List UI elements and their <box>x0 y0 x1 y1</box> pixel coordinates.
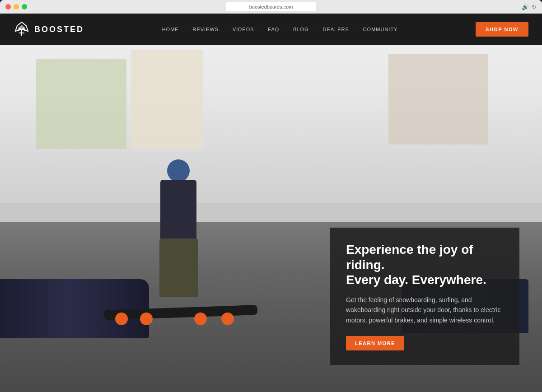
skateboard-wheel-1 <box>115 313 128 325</box>
building-white <box>131 50 203 149</box>
browser-maximize-dot[interactable] <box>22 4 27 9</box>
hero-headline-line1: Experience the joy of riding. <box>346 243 473 272</box>
nav-link-community[interactable]: COMMUNITY <box>360 24 402 35</box>
nav-item-reviews[interactable]: REVIEWS <box>189 24 222 35</box>
building-green <box>36 59 126 149</box>
nav-separator-5: · <box>314 27 318 32</box>
nav-item-home[interactable]: HOME <box>159 24 182 35</box>
nav-item-blog[interactable]: BLOG <box>290 24 313 35</box>
nav-item-videos[interactable]: VIDEOS <box>229 24 258 35</box>
nav-separator-6: · <box>355 27 358 32</box>
skater-torso <box>160 180 196 243</box>
nav-link-reviews[interactable]: REVIEWS <box>189 24 222 35</box>
navbar: BOOSTED HOME · REVIEWS · VIDEOS · FAQ · … <box>0 14 542 45</box>
learn-more-button[interactable]: LEARN MORE <box>346 336 404 350</box>
nav-links: HOME · REVIEWS · VIDEOS · FAQ · BLOG · D… <box>159 24 402 35</box>
website-container: BOOSTED HOME · REVIEWS · VIDEOS · FAQ · … <box>0 14 542 392</box>
speaker-icon: 🔊 <box>522 4 529 10</box>
nav-link-videos[interactable]: VIDEOS <box>229 24 258 35</box>
nav-link-home[interactable]: HOME <box>159 24 182 35</box>
skater-figure <box>151 159 210 304</box>
browser-minimize-dot[interactable] <box>14 4 19 9</box>
browser-close-dot[interactable] <box>5 4 11 9</box>
skater-legs <box>159 238 198 297</box>
building-right <box>388 54 488 145</box>
browser-chrome: boostedboards.com 🔊 ↻ <box>0 0 542 14</box>
refresh-icon[interactable]: ↻ <box>532 4 537 10</box>
car-left <box>0 279 149 338</box>
hero-headline: Experience the joy of riding. Every day.… <box>346 242 503 288</box>
nav-separator-2: · <box>224 27 227 32</box>
browser-controls: 🔊 ↻ <box>522 4 537 10</box>
nav-link-faq[interactable]: FAQ <box>264 24 283 35</box>
nav-link-dealers[interactable]: DEALERS <box>319 24 352 35</box>
skateboard-wheel-3 <box>194 313 207 325</box>
nav-link-blog[interactable]: BLOG <box>290 24 313 35</box>
hero-subtext: Get the feeling of snowboarding, surfing… <box>346 295 503 325</box>
hero-text-overlay: Experience the joy of riding. Every day.… <box>330 228 519 365</box>
brand-logo-area[interactable]: BOOSTED <box>14 21 84 37</box>
hero-section: Experience the joy of riding. Every day.… <box>0 14 542 392</box>
skateboard-wheel-2 <box>140 313 153 325</box>
nav-separator-3: · <box>260 27 263 32</box>
nav-separator-4: · <box>285 27 288 32</box>
brand-logo-icon <box>14 21 30 37</box>
skateboard-wheel-4 <box>221 313 234 325</box>
nav-item-community[interactable]: COMMUNITY <box>360 24 402 35</box>
nav-item-dealers[interactable]: DEALERS <box>319 24 352 35</box>
shop-now-button[interactable]: SHOP NOW <box>476 22 528 37</box>
brand-name-text: BOOSTED <box>34 25 84 34</box>
skater-helmet <box>167 159 190 182</box>
nav-separator-1: · <box>184 27 187 32</box>
hero-headline-line2: Every day. Everywhere. <box>346 273 486 287</box>
browser-url-bar[interactable]: boostedboards.com <box>226 2 316 11</box>
nav-item-faq[interactable]: FAQ <box>264 24 283 35</box>
